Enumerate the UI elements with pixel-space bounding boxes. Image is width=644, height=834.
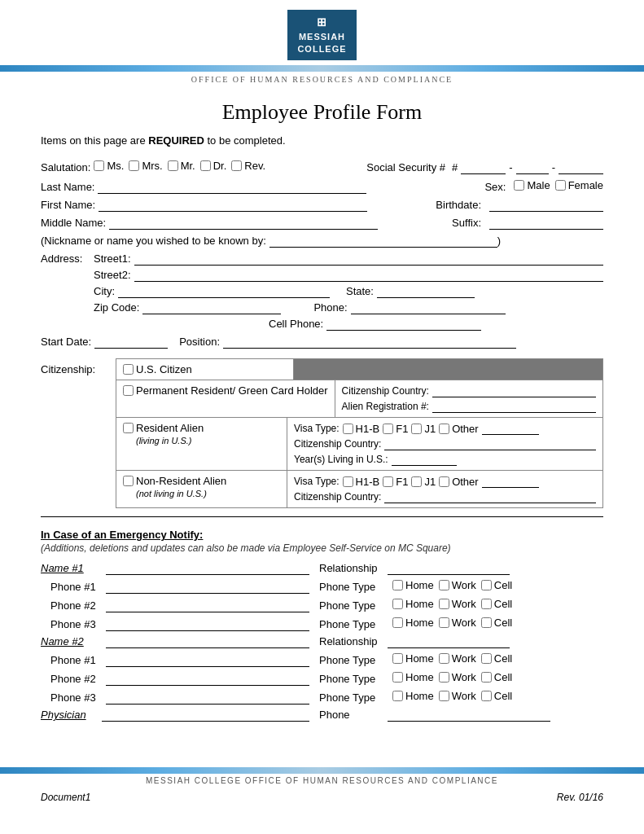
physician-phone-field[interactable] [388, 709, 550, 722]
salutation-ms[interactable]: Ms. [94, 160, 124, 172]
years-living-field[interactable] [392, 453, 457, 466]
ssn-field3[interactable] [559, 161, 603, 174]
checkbox-ms[interactable] [94, 160, 104, 171]
checkbox-mrs[interactable] [129, 160, 139, 171]
start-date-field[interactable] [94, 336, 168, 349]
checkbox-j1-1[interactable] [411, 424, 422, 434]
last-name-field[interactable] [98, 181, 366, 194]
phone1-cell-1[interactable]: Cell [481, 579, 512, 591]
checkbox-work-12[interactable] [439, 599, 449, 609]
visa-other-2[interactable]: Other [439, 476, 479, 488]
checkbox-home-12[interactable] [392, 599, 403, 609]
salutation-dr[interactable]: Dr. [200, 160, 227, 172]
name1-field[interactable] [106, 562, 309, 575]
state-field[interactable] [377, 285, 475, 298]
checkbox-home-11[interactable] [392, 580, 403, 590]
phone1-work-2[interactable]: Work [439, 652, 476, 665]
sex-female[interactable]: Female [555, 179, 603, 191]
checkbox-cell-23[interactable] [481, 691, 492, 701]
phone1-home-2[interactable]: Home [392, 652, 434, 665]
visa-other-field-2[interactable] [482, 475, 539, 488]
name2-phone2-field[interactable] [106, 673, 309, 686]
checkbox-resident-alien[interactable] [123, 423, 134, 433]
checkbox-other-1[interactable] [439, 424, 449, 434]
checkbox-f1-1[interactable] [383, 424, 393, 434]
cell-phone-field[interactable] [326, 318, 481, 331]
us-citizen-checkbox[interactable]: U.S. Citizen [123, 363, 287, 375]
visa-j1-2[interactable]: J1 [411, 476, 436, 488]
phone3-home-1[interactable]: Home [392, 617, 434, 629]
checkbox-home-23[interactable] [392, 691, 403, 701]
visa-other-1[interactable]: Other [439, 423, 479, 435]
street2-field[interactable] [134, 269, 603, 282]
phone1-cell-2[interactable]: Cell [481, 652, 512, 665]
salutation-rev[interactable]: Rev. [231, 160, 265, 172]
phone2-work-1[interactable]: Work [439, 598, 476, 610]
phone2-cell-2[interactable]: Cell [481, 671, 512, 683]
checkbox-cell-21[interactable] [481, 653, 492, 664]
checkbox-dr[interactable] [200, 160, 211, 171]
first-name-field[interactable] [99, 199, 367, 212]
phone1-home-1[interactable]: Home [392, 579, 434, 591]
suffix-field[interactable] [489, 217, 603, 230]
name1-phone2-field[interactable] [106, 599, 309, 612]
non-resident-alien-checkbox[interactable]: Non-Resident Alien [123, 475, 280, 487]
name1-phone3-field[interactable] [106, 618, 309, 631]
position-field[interactable] [223, 336, 516, 349]
zip-field[interactable] [142, 301, 281, 314]
relationship1-field[interactable] [388, 562, 510, 575]
visa-f1-2[interactable]: F1 [383, 476, 408, 488]
checkbox-us-citizen[interactable] [123, 364, 134, 375]
sex-male[interactable]: Male [514, 179, 550, 191]
checkbox-cell-11[interactable] [481, 580, 492, 590]
checkbox-cell-12[interactable] [481, 599, 492, 609]
salutation-mrs[interactable]: Mrs. [129, 160, 162, 172]
resident-cit-country-field[interactable] [384, 437, 596, 450]
checkbox-h1b-1[interactable] [343, 424, 353, 434]
name2-field[interactable] [106, 635, 309, 648]
phone-field[interactable] [351, 301, 506, 314]
checkbox-work-22[interactable] [439, 672, 449, 683]
name2-phone3-field[interactable] [106, 691, 309, 705]
birthdate-field[interactable] [489, 199, 603, 212]
phone2-home-1[interactable]: Home [392, 598, 434, 610]
checkbox-work-23[interactable] [439, 691, 449, 701]
street1-field[interactable] [134, 252, 603, 266]
checkbox-work-21[interactable] [439, 653, 449, 664]
phone2-home-2[interactable]: Home [392, 671, 434, 683]
phone3-home-2[interactable]: Home [392, 690, 434, 702]
checkbox-rev[interactable] [231, 160, 242, 171]
checkbox-home-21[interactable] [392, 653, 403, 664]
checkbox-cell-22[interactable] [481, 672, 492, 683]
perm-resident-checkbox[interactable]: Permanent Resident/ Green Card Holder [123, 384, 328, 397]
visa-f1-1[interactable]: F1 [383, 423, 408, 435]
phone3-work-1[interactable]: Work [439, 617, 476, 629]
phone3-cell-1[interactable]: Cell [481, 617, 512, 629]
visa-other-field-1[interactable] [482, 422, 539, 435]
checkbox-work-11[interactable] [439, 580, 449, 590]
phone2-work-2[interactable]: Work [439, 671, 476, 683]
name2-phone1-field[interactable] [106, 654, 309, 667]
non-resident-cit-country-field[interactable] [384, 490, 596, 503]
checkbox-male[interactable] [514, 180, 524, 191]
visa-h1b-1[interactable]: H1-B [343, 423, 380, 435]
visa-j1-1[interactable]: J1 [411, 423, 436, 435]
checkbox-mr[interactable] [168, 160, 178, 171]
checkbox-work-13[interactable] [439, 617, 449, 628]
checkbox-female[interactable] [555, 180, 566, 191]
ssn-field2[interactable] [516, 161, 549, 174]
visa-h1b-2[interactable]: H1-B [343, 476, 380, 488]
checkbox-other-2[interactable] [439, 476, 449, 487]
phone2-cell-1[interactable]: Cell [481, 598, 512, 610]
nickname-field[interactable] [269, 235, 497, 248]
checkbox-f1-2[interactable] [383, 476, 393, 487]
ssn-field1[interactable] [461, 161, 506, 174]
resident-alien-checkbox[interactable]: Resident Alien [123, 422, 280, 434]
city-field[interactable] [118, 285, 330, 298]
checkbox-j1-2[interactable] [411, 476, 422, 487]
alien-reg-field[interactable] [432, 400, 596, 413]
checkbox-home-13[interactable] [392, 617, 403, 628]
checkbox-non-resident-alien[interactable] [123, 476, 134, 486]
salutation-mr[interactable]: Mr. [168, 160, 195, 172]
phone1-work-1[interactable]: Work [439, 579, 476, 591]
